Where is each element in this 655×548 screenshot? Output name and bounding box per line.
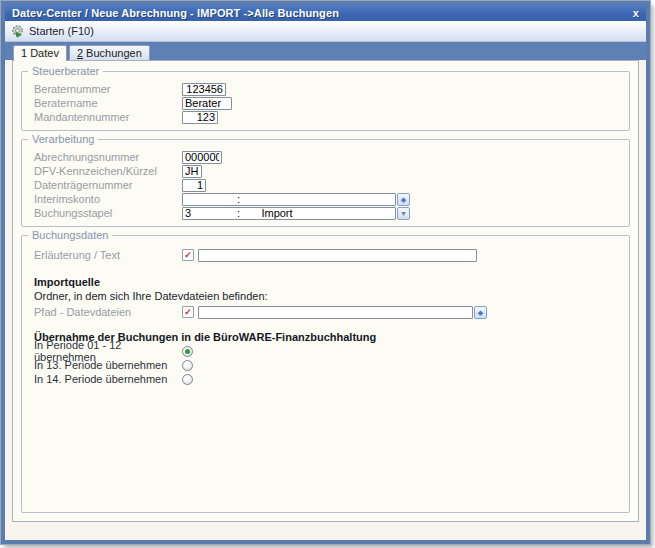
pfad-lookup-button[interactable]: ◆ [474, 306, 487, 319]
importquelle-heading: Importquelle [34, 275, 619, 289]
datev-tab-panel: Steuerberater Beraternummer Beratername … [12, 60, 639, 522]
interimskonto-label: Interimskonto [34, 193, 182, 205]
datev-center-window: Datev-Center / Neue Abrechnung - IMPORT … [1, 1, 650, 544]
radio-dot [185, 349, 190, 354]
start-gear-icon [10, 24, 25, 39]
field-row: Datenträgernummer [34, 178, 619, 192]
field-row: Beratername [34, 96, 619, 110]
titlebar[interactable]: Datev-Center / Neue Abrechnung - IMPORT … [5, 5, 646, 21]
radio-dot [185, 363, 190, 368]
edit-check-icon[interactable]: ✓ [182, 306, 194, 318]
radio-row-periode-01-12: In Periode 01 - 12 übernehmen [34, 344, 619, 358]
close-icon[interactable]: x [633, 8, 639, 18]
datentraegernummer-input[interactable] [182, 179, 206, 192]
groupbox-legend: Verarbeitung [28, 133, 98, 145]
erlaeuterung-input[interactable] [198, 249, 477, 262]
radio-periode-13[interactable] [182, 360, 193, 371]
buchungsstapel-dropdown-button[interactable]: ▼ [397, 207, 410, 220]
toolbar: Starten (F10) [5, 21, 646, 42]
radio-label: In 13. Periode übernehmen [34, 359, 182, 371]
groupbox-legend: Buchungsdaten [28, 229, 112, 241]
groupbox-legend: Steuerberater [28, 65, 103, 77]
pfad-datevdateien-label: Pfad - Datevdateien [34, 306, 182, 318]
abrechnungsnummer-label: Abrechnungsnummer [34, 151, 182, 163]
radio-periode-14[interactable] [182, 374, 193, 385]
beratername-input[interactable] [182, 97, 232, 110]
lookup-diamond-icon: ◆ [478, 309, 483, 316]
radio-periode-01-12[interactable] [182, 346, 193, 357]
edit-check-icon[interactable]: ✓ [182, 249, 194, 261]
chevron-down-icon: ▼ [400, 210, 407, 217]
window-title: Datev-Center / Neue Abrechnung - IMPORT … [12, 7, 339, 19]
field-row: Pfad - Datevdateien ✓ ◆ [34, 305, 619, 319]
interimskonto-lookup-button[interactable]: ◆ [397, 193, 410, 206]
radio-row-periode-13: In 13. Periode übernehmen [34, 358, 619, 372]
start-button[interactable]: Starten (F10) [29, 25, 94, 37]
mandantennummer-input[interactable] [182, 111, 218, 124]
radio-row-periode-14: In 14. Periode übernehmen [34, 372, 619, 386]
beraternummer-input[interactable] [182, 83, 226, 96]
beraternummer-label: Beraternummer [34, 83, 182, 95]
lookup-diamond-icon: ◆ [401, 196, 406, 203]
field-row: Buchungsstapel ▼ [34, 206, 619, 220]
buchungsstapel-input[interactable] [182, 207, 396, 220]
beratername-label: Beratername [34, 97, 182, 109]
interimskonto-input[interactable] [182, 193, 396, 206]
field-row: Interimskonto ◆ [34, 192, 619, 206]
datentraegernummer-label: Datenträgernummer [34, 179, 182, 191]
field-row: Erläuterung / Text ✓ [34, 248, 619, 262]
field-row: Mandantennummer [34, 110, 619, 124]
groupbox-verarbeitung: Verarbeitung Abrechnungsnummer DFV-Kennz… [21, 139, 630, 227]
radio-label: In 14. Periode übernehmen [34, 373, 182, 385]
tab-buchungen[interactable]: 2 Buchungen [69, 45, 150, 60]
radio-dot [185, 377, 190, 382]
abrechnungsnummer-input[interactable] [182, 151, 222, 164]
tab-datev[interactable]: 1 Datev [13, 45, 67, 61]
groupbox-steuerberater: Steuerberater Beraternummer Beratername … [21, 71, 630, 131]
dfv-kennzeichen-input[interactable] [182, 165, 202, 178]
field-row: Abrechnungsnummer [34, 150, 619, 164]
groupbox-buchungsdaten: Buchungsdaten Erläuterung / Text ✓ Impor… [21, 235, 630, 513]
ordner-hint-text: Ordner, in dem sich Ihre Datevdateien be… [34, 289, 619, 303]
erlaeuterung-label: Erläuterung / Text [34, 249, 182, 261]
buchungsstapel-label: Buchungsstapel [34, 207, 182, 219]
field-row: Beraternummer [34, 82, 619, 96]
tab-band: 1 Datev 2 Buchungen [5, 42, 646, 60]
mandantennummer-label: Mandantennummer [34, 111, 182, 123]
pfad-datevdateien-input[interactable] [198, 306, 473, 319]
field-row: DFV-Kennzeichen/Kürzel [34, 164, 619, 178]
tab-content-area: Steuerberater Beraternummer Beratername … [5, 60, 646, 540]
dfv-kennzeichen-label: DFV-Kennzeichen/Kürzel [34, 165, 182, 177]
